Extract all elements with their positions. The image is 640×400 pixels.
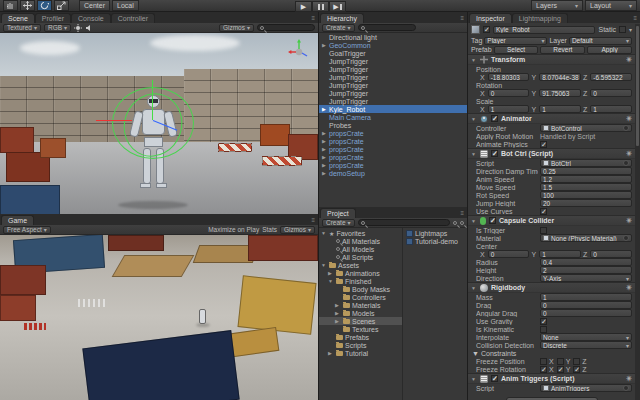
hierarchy-item[interactable]: Main Camera [319, 113, 467, 121]
project-tree-item[interactable]: All Models [319, 245, 402, 253]
hierarchy-item[interactable]: ▶propsCrate [319, 161, 467, 169]
tag-dropdown[interactable]: Player▾ [484, 37, 547, 45]
fold-arrow-icon[interactable]: ▼ [471, 376, 477, 382]
project-tree-item[interactable]: ▼Finished [319, 277, 402, 285]
prefab-apply-button[interactable]: Apply [587, 46, 632, 54]
rotate-tool-button[interactable] [37, 0, 52, 11]
hierarchy-item[interactable]: ▶propsCrate [319, 137, 467, 145]
hierarchy-item[interactable]: Directional light [319, 33, 467, 41]
shading-mode-dropdown[interactable]: Textured ▾ [3, 24, 41, 32]
dropdown-field[interactable]: Y-Axis▾ [540, 274, 632, 282]
step-button[interactable]: ▶ [329, 1, 346, 12]
rotation-x-field[interactable]: 0 [488, 89, 530, 97]
tab-controller[interactable]: Controller [111, 13, 155, 23]
maximize-on-play-toggle[interactable]: Maximize on Play [208, 226, 259, 233]
property-checkbox[interactable] [540, 227, 547, 234]
object-field[interactable]: AnimTriggers [540, 384, 632, 392]
project-tree-item[interactable]: ▶Tutorial [319, 349, 402, 357]
fold-arrow-icon[interactable]: ▼ [471, 151, 477, 157]
expand-arrow-icon[interactable]: ▶ [322, 106, 328, 112]
freeze-z-checkbox[interactable] [573, 358, 580, 365]
expand-arrow-icon[interactable]: ▶ [322, 162, 328, 168]
rotation-z-field[interactable]: 0 [590, 89, 632, 97]
axis-y-green[interactable] [152, 80, 153, 120]
scale-x-field[interactable]: 1 [488, 105, 530, 113]
hierarchy-item[interactable]: ▶propsCrate [319, 153, 467, 161]
expand-arrow-icon[interactable]: ▶ [335, 310, 341, 316]
expand-arrow-icon[interactable]: ▼ [328, 278, 334, 284]
expand-arrow-icon[interactable]: ▶ [322, 130, 328, 136]
component-header-capsule-collider[interactable]: ▼✓Capsule Collider✳ [468, 215, 635, 226]
hierarchy-item[interactable]: ▶demoSetup [319, 169, 467, 177]
expand-arrow-icon[interactable]: ▼ [321, 230, 327, 236]
project-tree-item[interactable]: All Materials [319, 237, 402, 245]
expand-arrow-icon[interactable]: ▶ [322, 42, 328, 48]
pivot-mode-button[interactable]: Center [79, 0, 110, 11]
hierarchy-item[interactable]: Probes [319, 121, 467, 129]
expand-arrow-icon[interactable]: ▶ [335, 318, 341, 324]
inspector-scrollbar[interactable] [635, 24, 640, 400]
component-enabled-checkbox[interactable]: ✓ [491, 115, 498, 122]
value-field[interactable]: 0.4 [540, 258, 632, 266]
freeze-x-checkbox[interactable] [540, 358, 547, 365]
expand-arrow-icon[interactable]: ▶ [322, 146, 328, 152]
component-enabled-checkbox[interactable]: ✓ [491, 150, 498, 157]
aspect-dropdown[interactable]: Free Aspect ▾ [3, 226, 51, 234]
value-field[interactable]: 0 [540, 309, 632, 317]
scene-search-input[interactable] [257, 24, 315, 31]
fold-arrow-icon[interactable]: ▼ [471, 285, 477, 291]
project-tree-item[interactable]: ▶Materials [319, 301, 402, 309]
hierarchy-item[interactable]: GoalTrigger [319, 49, 467, 57]
render-mode-dropdown[interactable]: RGB ▾ [44, 24, 71, 32]
object-picker-icon[interactable] [623, 125, 629, 131]
freeze-z-checkbox[interactable]: ✓ [573, 366, 580, 373]
project-tree-item[interactable]: Scripts [319, 341, 402, 349]
position-x-field[interactable]: -18.80303 [488, 73, 530, 81]
foldout-row[interactable]: ▼Constraints [468, 349, 635, 357]
freeze-y-checkbox[interactable] [557, 358, 564, 365]
gameobject-active-checkbox[interactable]: ✓ [483, 26, 490, 33]
dropdown-field[interactable]: None▾ [540, 333, 632, 341]
project-tree-item[interactable]: ▶Models [319, 309, 402, 317]
project-tree-item[interactable]: ▼★Favorites [319, 229, 402, 237]
hierarchy-search-input[interactable] [358, 24, 416, 31]
project-file-item[interactable]: Tutorial-demo [403, 237, 467, 245]
gear-icon[interactable]: ✳ [626, 284, 632, 292]
tab-profiler[interactable]: Profiler [35, 13, 71, 23]
tab-lightmapping[interactable]: Lightmapping [512, 13, 568, 23]
object-field[interactable]: BotControl [540, 124, 632, 132]
center-z-field[interactable]: 0 [590, 250, 632, 258]
object-picker-icon[interactable] [623, 160, 629, 166]
gear-icon[interactable]: ✳ [626, 375, 632, 383]
value-field[interactable]: 0.25 [540, 167, 632, 175]
object-picker-icon[interactable] [623, 385, 629, 391]
scene-viewport[interactable] [0, 33, 318, 214]
panel-menu-icon[interactable]: ≡ [460, 210, 464, 216]
tab-scene[interactable]: Scene [1, 13, 35, 23]
expand-arrow-icon[interactable]: ▶ [335, 302, 341, 308]
scene-gizmos-dropdown[interactable]: Gizmos ▾ [219, 24, 254, 32]
hierarchy-item[interactable]: ▶propsCrate [319, 129, 467, 137]
prefab-select-button[interactable]: Select [494, 46, 539, 54]
scale-tool-button[interactable] [54, 0, 69, 11]
gear-icon[interactable]: ✳ [626, 56, 632, 64]
panel-menu-icon[interactable]: ≡ [311, 15, 315, 21]
scene-orientation-gizmo[interactable] [286, 37, 312, 63]
position-y-field[interactable]: 8.07044e-38 [539, 73, 581, 81]
freeze-x-checkbox[interactable]: ✓ [540, 366, 547, 373]
property-checkbox[interactable]: ✓ [540, 208, 547, 215]
project-tree-item[interactable]: ▶Animations [319, 269, 402, 277]
stats-toggle[interactable]: Stats [262, 226, 277, 233]
component-enabled-checkbox[interactable]: ✓ [491, 375, 498, 382]
project-search-input[interactable] [358, 219, 450, 226]
center-y-field[interactable]: 1 [539, 250, 581, 258]
object-field[interactable]: BotCtrl [540, 159, 632, 167]
component-header-transform[interactable]: ▼Transform✳ [468, 54, 635, 65]
tab-console[interactable]: Console [71, 13, 111, 23]
tab-project[interactable]: Project [320, 208, 356, 218]
property-checkbox[interactable] [540, 326, 547, 333]
static-checkbox[interactable] [619, 26, 626, 33]
project-tree-item[interactable]: All Scripts [319, 253, 402, 261]
expand-arrow-icon[interactable]: ▶ [328, 350, 334, 356]
axis-x-red[interactable] [96, 120, 132, 121]
